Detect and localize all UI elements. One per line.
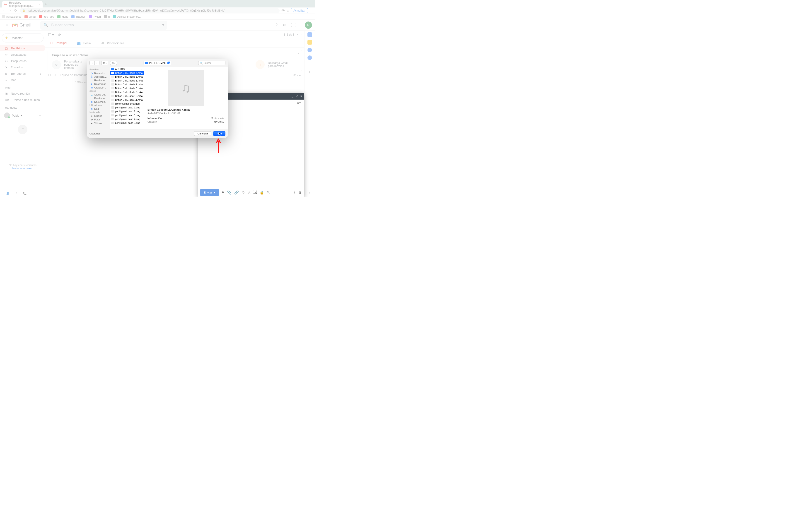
file-item[interactable]: perfil gmail paso 2.png	[110, 109, 144, 113]
file-name: British Coll…ñada 7.m4a	[115, 83, 143, 86]
audio-file-icon	[111, 91, 114, 93]
file-item[interactable]: perfil gmail paso 4.png	[110, 117, 144, 121]
close-icon[interactable]: ×	[300, 95, 302, 98]
grid-view[interactable]: ⊞ ▾	[110, 61, 117, 65]
file-item[interactable]: crear cuenta gmail.jpg	[110, 102, 144, 106]
attach-icon[interactable]: 📎	[227, 190, 232, 194]
sidebar-icloud-docs[interactable]: 🗎Documen…	[87, 100, 110, 104]
sidebar-icloud-drive[interactable]: ☁iCloud Dri…	[87, 93, 110, 97]
file-item[interactable]: perfil gmail paso 5.png	[110, 121, 144, 125]
preview-title: British College La Cañada 4.m4a	[148, 108, 224, 111]
file-preview: ♫ British College La Cañada 4.m4a Audio …	[144, 67, 228, 129]
cancel-button[interactable]: Cancelar	[194, 131, 211, 136]
file-name: British Coll…ñada 8.m4a	[115, 87, 143, 90]
sidebar-apps[interactable]: ⒶAplicacio…	[87, 75, 110, 78]
preview-subtitle: Audio MPEG-4 Apple - 106 KB	[148, 112, 224, 115]
lock-icon[interactable]: 🔒	[260, 190, 264, 194]
compose-toolbar: Enviar▾ A 📎 🔗 ☺ △ 🖼 🔒 ✎ ⋮ 🗑	[198, 188, 304, 197]
file-item[interactable]: British Coll…ñada 5.m4a	[110, 75, 144, 78]
sidebar-recents[interactable]: ◷Recientes	[87, 71, 110, 75]
file-name: British Coll…ñada 5.m4a	[115, 75, 143, 78]
created-label: Creación	[148, 120, 157, 123]
audio-file-icon	[111, 79, 114, 82]
file-name: British Coll…ada 10.m4a	[115, 95, 143, 97]
chevron-updown-icon: ⌃⌄	[167, 62, 170, 64]
file-name: British Coll…ñada 9.m4a	[115, 91, 143, 94]
audio-file-icon	[111, 83, 114, 86]
sidebar-network[interactable]: ⊚Red	[87, 107, 110, 111]
created-value: hoy 10:50	[214, 120, 224, 123]
image-file-icon	[111, 103, 114, 105]
file-item[interactable]: AUDIOS	[110, 67, 144, 71]
columns-view[interactable]: ▥ ▾	[101, 61, 108, 65]
image-file-icon	[111, 118, 114, 120]
drive-icon[interactable]: △	[248, 190, 251, 194]
file-item[interactable]: British Coll…ñada 8.m4a	[110, 86, 144, 90]
sidebar-music[interactable]: ♫Música	[87, 114, 110, 118]
file-open-dialog: ‹ › ▥ ▾ ⊞ ▾ PERFIL GMAIL ⌃⌄ 🔍 Buscar Fav…	[87, 59, 228, 137]
trash-icon[interactable]: 🗑	[298, 190, 302, 194]
dialog-footer: Opciones Cancelar Abrir	[87, 129, 228, 137]
nav-back-forward[interactable]: ‹ ›	[90, 61, 99, 65]
file-item[interactable]: British Coll…ñada 9.m4a	[110, 90, 144, 94]
file-item[interactable]: British Coll…ñada 7.m4a	[110, 82, 144, 86]
file-item[interactable]: perfil gmail paso 3.png	[110, 113, 144, 117]
file-item[interactable]: British Coll…ada 10.m4a	[110, 94, 144, 98]
emoji-icon[interactable]: ☺	[242, 190, 245, 194]
path-dropdown[interactable]: PERFIL GMAIL ⌃⌄	[144, 61, 171, 65]
file-item[interactable]: British Coll…ñada 4.m4a	[110, 71, 144, 75]
show-more-link[interactable]: Mostrar más	[211, 117, 224, 119]
folder-icon	[145, 62, 148, 64]
audio-file-icon	[111, 95, 114, 97]
folder-icon	[111, 68, 114, 70]
image-file-icon	[111, 110, 114, 112]
expand-icon[interactable]: ⤢	[296, 95, 298, 98]
send-button[interactable]: Enviar▾	[200, 189, 219, 196]
annotation-arrow	[216, 138, 221, 153]
sidebar-icloud-desktop[interactable]: ▭Escritorio	[87, 97, 110, 100]
forward-icon[interactable]: ›	[95, 61, 99, 65]
file-name: perfil gmail paso 5.png	[115, 121, 140, 124]
audio-file-icon	[111, 99, 114, 101]
sidebar-desktop[interactable]: ▭Escritorio	[87, 78, 110, 82]
file-name: crear cuenta gmail.jpg	[115, 102, 140, 105]
mouse-cursor	[218, 132, 221, 136]
file-name: British Coll…ada 11.m4a	[115, 99, 143, 101]
audio-file-icon	[111, 75, 114, 78]
audio-file-icon	[111, 72, 114, 74]
sidebar-photos[interactable]: ✿Fotos	[87, 118, 110, 121]
file-list: AUDIOSBritish Coll…ñada 4.m4aBritish Col…	[110, 67, 144, 129]
file-item[interactable]: British Coll…ada 11.m4a	[110, 98, 144, 102]
sidebar-creative[interactable]: ▭Creative…	[87, 86, 110, 90]
sidebar-videos[interactable]: ▸Vídeos	[87, 121, 110, 125]
format-icon[interactable]: A	[222, 190, 224, 194]
more-icon[interactable]: ⋮	[293, 190, 296, 194]
file-item[interactable]: British Coll…ñada 6.m4a	[110, 78, 144, 82]
image-icon[interactable]: 🖼	[253, 190, 257, 194]
file-name: British Coll…ñada 6.m4a	[115, 79, 143, 82]
audio-file-icon	[111, 87, 114, 90]
pen-icon[interactable]: ✎	[267, 190, 270, 194]
options-button[interactable]: Opciones	[90, 132, 101, 135]
minimize-icon[interactable]: _	[292, 95, 293, 98]
file-item[interactable]: perfil gmail paso 1.png	[110, 106, 144, 109]
file-name: British Coll…ñada 4.m4a	[115, 71, 143, 74]
preview-info-header: Información	[148, 117, 162, 119]
back-icon[interactable]: ‹	[90, 61, 95, 65]
file-name: AUDIOS	[115, 68, 124, 70]
search-icon: 🔍	[200, 62, 203, 64]
file-name: perfil gmail paso 2.png	[115, 110, 140, 113]
dialog-toolbar: ‹ › ▥ ▾ ⊞ ▾ PERFIL GMAIL ⌃⌄ 🔍 Buscar	[87, 59, 228, 67]
image-file-icon	[111, 106, 114, 109]
file-name: perfil gmail paso 3.png	[115, 114, 140, 117]
sidebar-downloads[interactable]: ⬇Descargas	[87, 82, 110, 86]
audio-thumbnail-icon: ♫	[168, 70, 204, 106]
file-name: perfil gmail paso 4.png	[115, 118, 140, 120]
file-name: perfil gmail paso 1.png	[115, 106, 140, 109]
link-icon[interactable]: 🔗	[234, 190, 239, 194]
dialog-search[interactable]: 🔍 Buscar	[198, 61, 225, 65]
dialog-sidebar: Favoritos ◷Recientes ⒶAplicacio… ▭Escrit…	[87, 67, 110, 129]
image-file-icon	[111, 122, 114, 124]
image-file-icon	[111, 114, 114, 116]
